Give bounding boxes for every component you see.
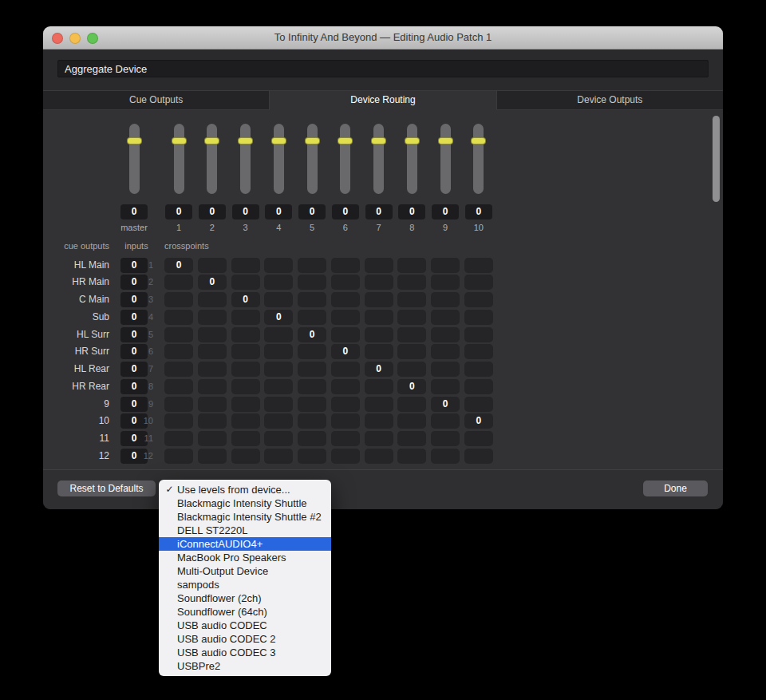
crosspoint-cell[interactable] xyxy=(397,292,426,307)
channel-value-box[interactable]: 0 xyxy=(265,204,292,219)
crosspoint-cell[interactable] xyxy=(298,292,326,307)
crosspoint-cell[interactable] xyxy=(264,449,293,464)
menu-item[interactable]: MacBook Pro Speakers xyxy=(159,551,331,564)
crosspoint-cell[interactable] xyxy=(231,379,260,394)
crosspoint-cell[interactable]: 0 xyxy=(198,275,227,290)
crosspoint-cell[interactable]: 0 xyxy=(464,413,493,429)
tab-cue-outputs[interactable]: Cue Outputs xyxy=(43,91,270,110)
crosspoint-cell[interactable] xyxy=(397,413,426,429)
menu-item[interactable]: Blackmagic Intensity Shuttle xyxy=(159,496,331,510)
crosspoint-cell[interactable] xyxy=(298,431,326,446)
crosspoint-cell[interactable] xyxy=(431,258,460,273)
crosspoint-cell[interactable] xyxy=(164,397,193,412)
crosspoint-cell[interactable] xyxy=(331,379,360,394)
channel-value-box[interactable]: 0 xyxy=(165,204,192,219)
crosspoint-cell[interactable] xyxy=(298,258,326,273)
crosspoint-cell[interactable] xyxy=(397,327,426,342)
slider-track[interactable] xyxy=(340,124,350,194)
tab-device-routing[interactable]: Device Routing xyxy=(270,91,496,110)
crosspoint-cell[interactable] xyxy=(231,258,260,273)
crosspoint-cell[interactable] xyxy=(365,449,393,464)
menu-item[interactable]: USBPre2 xyxy=(159,659,331,673)
crosspoint-cell[interactable] xyxy=(198,310,227,325)
slider-handle[interactable] xyxy=(305,137,320,144)
crosspoint-cell[interactable]: 0 xyxy=(431,397,460,412)
crosspoint-cell[interactable] xyxy=(397,310,426,325)
crosspoint-cell[interactable] xyxy=(365,379,393,394)
channel-value-box[interactable]: 0 xyxy=(232,204,259,219)
crosspoint-cell[interactable] xyxy=(198,449,227,464)
crosspoint-cell[interactable] xyxy=(164,275,193,290)
channel-value-box[interactable]: 0 xyxy=(120,204,148,219)
titlebar[interactable]: To Infinity And Beyond — Editing Audio P… xyxy=(43,26,723,49)
crosspoint-cell[interactable]: 0 xyxy=(365,362,393,377)
crosspoint-cell[interactable] xyxy=(264,275,293,290)
crosspoint-cell[interactable] xyxy=(198,397,227,412)
crosspoint-cell[interactable] xyxy=(164,379,193,394)
slider-track[interactable] xyxy=(240,124,251,194)
slider-track[interactable] xyxy=(373,124,384,194)
crosspoint-cell[interactable] xyxy=(464,362,493,377)
crosspoint-cell[interactable] xyxy=(231,397,260,412)
crosspoint-cell[interactable] xyxy=(264,431,293,446)
crosspoint-cell[interactable] xyxy=(431,362,460,377)
crosspoint-cell[interactable] xyxy=(464,327,493,342)
done-button[interactable]: Done xyxy=(643,481,708,496)
tab-device-outputs[interactable]: Device Outputs xyxy=(497,91,723,110)
crosspoint-cell[interactable] xyxy=(231,327,260,342)
close-button-icon[interactable] xyxy=(52,33,63,44)
crosspoint-cell[interactable] xyxy=(365,413,393,429)
crosspoint-cell[interactable] xyxy=(397,344,426,359)
crosspoint-cell[interactable] xyxy=(298,397,326,412)
crosspoint-cell[interactable] xyxy=(431,413,460,429)
menu-item[interactable]: Soundflower (2ch) xyxy=(159,591,331,605)
crosspoint-cell[interactable]: 0 xyxy=(231,292,260,307)
slider-track[interactable] xyxy=(274,124,284,194)
crosspoint-cell[interactable] xyxy=(431,344,460,359)
crosspoint-cell[interactable] xyxy=(264,397,293,412)
crosspoint-cell[interactable] xyxy=(331,362,360,377)
crosspoint-cell[interactable] xyxy=(431,327,460,342)
crosspoint-cell[interactable] xyxy=(331,258,360,273)
crosspoint-cell[interactable] xyxy=(365,431,393,446)
crosspoint-cell[interactable] xyxy=(298,310,326,325)
crosspoint-cell[interactable] xyxy=(331,292,360,307)
slider-track[interactable] xyxy=(440,124,451,194)
crosspoint-cell[interactable] xyxy=(331,327,360,342)
channel-value-box[interactable]: 0 xyxy=(432,204,459,219)
crosspoint-cell[interactable] xyxy=(431,275,460,290)
slider-track[interactable] xyxy=(207,124,217,194)
crosspoint-cell[interactable] xyxy=(464,258,493,273)
crosspoint-cell[interactable]: 0 xyxy=(298,327,326,342)
crosspoint-cell[interactable] xyxy=(231,275,260,290)
channel-value-box[interactable]: 0 xyxy=(332,204,359,219)
crosspoint-cell[interactable] xyxy=(431,379,460,394)
slider-track[interactable] xyxy=(129,124,140,194)
menu-item[interactable]: DELL ST2220L xyxy=(159,524,331,537)
crosspoint-cell[interactable] xyxy=(164,431,193,446)
menu-item[interactable]: Soundflower (64ch) xyxy=(159,605,331,619)
crosspoint-cell[interactable] xyxy=(164,413,193,429)
crosspoint-cell[interactable] xyxy=(331,397,360,412)
menu-item[interactable]: Multi-Output Device xyxy=(159,564,331,578)
crosspoint-cell[interactable] xyxy=(365,258,393,273)
crosspoint-cell[interactable] xyxy=(464,449,493,464)
crosspoint-cell[interactable] xyxy=(164,327,193,342)
crosspoint-cell[interactable] xyxy=(464,431,493,446)
menu-item[interactable]: iConnectAUDIO4+ xyxy=(159,537,331,551)
crosspoint-cell[interactable] xyxy=(464,397,493,412)
crosspoint-cell[interactable] xyxy=(198,344,227,359)
crosspoint-cell[interactable] xyxy=(231,449,260,464)
crosspoint-cell[interactable] xyxy=(231,362,260,377)
crosspoint-cell[interactable] xyxy=(298,449,326,464)
crosspoint-cell[interactable]: 0 xyxy=(331,344,360,359)
crosspoint-cell[interactable] xyxy=(231,344,260,359)
crosspoint-cell[interactable] xyxy=(431,431,460,446)
slider-handle[interactable] xyxy=(204,137,219,144)
crosspoint-cell[interactable] xyxy=(164,362,193,377)
slider-handle[interactable] xyxy=(371,137,386,144)
slider-handle[interactable] xyxy=(338,137,353,144)
menu-item[interactable]: ✓Use levels from device... xyxy=(159,483,331,496)
slider-track[interactable] xyxy=(407,124,417,194)
crosspoint-cell[interactable] xyxy=(331,413,360,429)
